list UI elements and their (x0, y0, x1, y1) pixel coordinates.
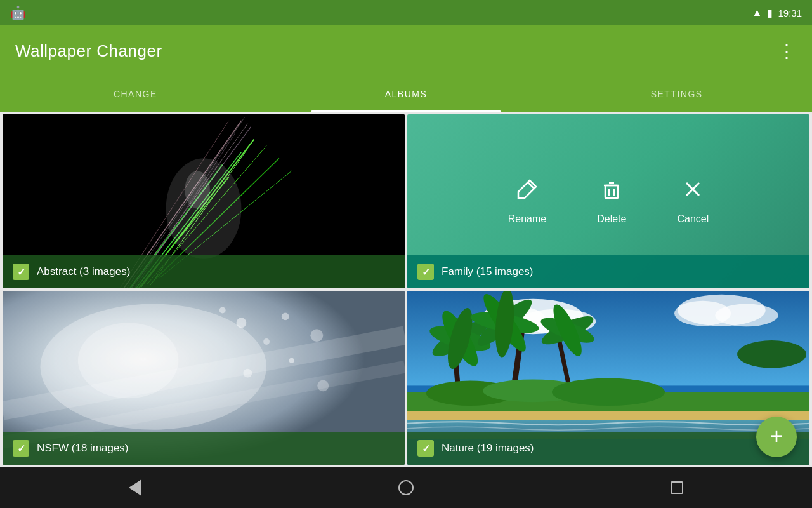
checkbox-abstract[interactable]: ✓ (13, 264, 29, 280)
album-name-nature: Nature (19 images) (442, 442, 534, 455)
rename-button[interactable]: Rename (508, 178, 546, 225)
app-bar: Wallpaper Changer ⋮ (0, 25, 812, 76)
svg-point-35 (219, 307, 226, 314)
cancel-icon (681, 178, 704, 206)
rename-icon (516, 178, 539, 206)
delete-button[interactable]: Delete (597, 178, 626, 225)
rename-label: Rename (508, 213, 546, 225)
battery-icon: ▮ (767, 7, 773, 19)
album-name-nsfw: NSFW (18 images) (37, 442, 129, 455)
tab-settings[interactable]: SETTINGS (541, 76, 812, 112)
album-name-family: Family (15 images) (442, 265, 534, 278)
svg-point-46 (737, 340, 806, 368)
album-card-abstract[interactable]: ✓ Abstract (3 images) (3, 114, 405, 288)
delete-icon (600, 178, 623, 206)
albums-grid: ✓ Abstract (3 images) Rename (0, 112, 812, 467)
album-card-nature[interactable]: ✓ Nature (19 images) (407, 291, 809, 465)
tab-albums[interactable]: ALBUMS (271, 76, 542, 112)
svg-point-45 (715, 304, 778, 327)
tab-bar: CHANGE ALBUMS SETTINGS (0, 76, 812, 112)
delete-label: Delete (597, 213, 626, 225)
svg-point-16 (185, 171, 210, 208)
nav-back-button[interactable] (116, 475, 154, 500)
home-icon (398, 480, 414, 495)
app-title: Wallpaper Changer (15, 41, 162, 61)
status-bar: 🤖 ▲ ▮ 19:31 (0, 0, 812, 25)
album-card-nsfw[interactable]: ✓ NSFW (18 images) (3, 291, 405, 465)
recents-icon (671, 481, 683, 494)
cancel-label: Cancel (677, 213, 709, 225)
svg-point-31 (310, 329, 323, 342)
album-label-abstract: ✓ Abstract (3 images) (3, 255, 405, 288)
svg-point-29 (263, 338, 270, 345)
album-label-family: ✓ Family (15 images) (407, 255, 809, 288)
tab-change[interactable]: CHANGE (0, 76, 271, 112)
svg-point-28 (237, 318, 247, 328)
cancel-button[interactable]: Cancel (677, 178, 709, 225)
svg-point-15 (166, 158, 242, 259)
svg-rect-18 (605, 185, 618, 198)
add-album-fab[interactable]: + (756, 417, 797, 457)
album-name-abstract: Abstract (3 images) (37, 265, 130, 278)
nav-home-button[interactable] (387, 475, 425, 500)
album-label-nature: ✓ Nature (19 images) (407, 432, 809, 465)
add-icon: + (769, 425, 783, 448)
wifi-icon: ▲ (752, 7, 763, 18)
checkbox-nsfw[interactable]: ✓ (13, 440, 29, 457)
nav-bar (0, 467, 812, 508)
svg-point-30 (282, 312, 289, 320)
checkbox-nature[interactable]: ✓ (417, 440, 434, 457)
clock: 19:31 (778, 8, 802, 18)
back-icon (129, 479, 141, 496)
nav-recents-button[interactable] (658, 475, 696, 500)
android-icon: 🤖 (10, 5, 26, 20)
checkbox-family[interactable]: ✓ (417, 264, 434, 280)
album-label-nsfw: ✓ NSFW (18 images) (3, 432, 405, 465)
more-options-icon[interactable]: ⋮ (778, 41, 797, 62)
album-card-family[interactable]: Rename Delete (407, 114, 809, 288)
svg-point-64 (552, 378, 665, 406)
